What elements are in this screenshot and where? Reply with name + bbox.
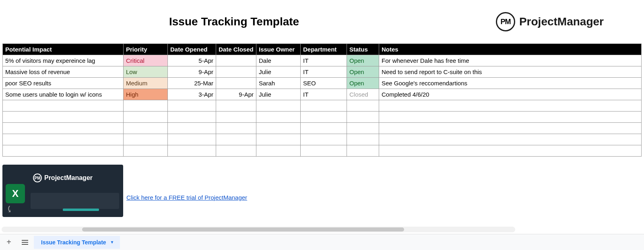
cell-empty[interactable] [216,100,256,112]
cell-empty[interactable] [256,100,301,112]
horizontal-scrollbar[interactable] [2,227,515,232]
cell-empty[interactable] [256,145,301,157]
promo-thumbnail[interactable]: PM ProjectManager X ⤹ [2,165,123,217]
cell-empty[interactable] [168,112,216,123]
cell-empty[interactable] [301,134,347,145]
cell-empty[interactable] [256,112,301,123]
cell-empty[interactable] [347,100,379,112]
cell-empty[interactable] [168,134,216,145]
cell-priority[interactable]: Low [124,66,168,78]
table-row[interactable]: Massive loss of revenueLow9-AprJulieITOp… [3,66,642,78]
cell-empty[interactable] [379,134,642,145]
col-header-closed[interactable]: Date Closed [216,44,256,55]
cell-empty[interactable] [124,112,168,123]
col-header-dept[interactable]: Department [301,44,347,55]
cell-empty[interactable] [3,112,124,123]
brand-logo-icon: PM [496,12,515,31]
cell-status[interactable]: Open [347,66,379,78]
table-row[interactable] [3,145,642,157]
cell-empty[interactable] [124,145,168,157]
cell-empty[interactable] [216,112,256,123]
cell-empty[interactable] [3,145,124,157]
cell-empty[interactable] [124,134,168,145]
cell-closed[interactable] [216,66,256,78]
cell-notes[interactable]: For whenever Dale has free time [379,55,642,66]
cell-empty[interactable] [168,145,216,157]
cell-notes[interactable]: See Google's reccomendartions [379,78,642,89]
col-header-priority[interactable]: Priority [124,44,168,55]
cell-empty[interactable] [347,134,379,145]
cell-opened[interactable]: 9-Apr [168,66,216,78]
cell-empty[interactable] [216,145,256,157]
cell-closed[interactable] [216,78,256,89]
col-header-notes[interactable]: Notes [379,44,642,55]
cell-opened[interactable]: 5-Apr [168,55,216,66]
cell-opened[interactable]: 3-Apr [168,89,216,100]
cell-dept[interactable]: IT [301,55,347,66]
cell-empty[interactable] [379,112,642,123]
cell-empty[interactable] [379,145,642,157]
cell-impact[interactable]: Massive loss of revenue [3,66,124,78]
all-sheets-button[interactable] [18,236,32,249]
cell-impact[interactable]: Some users unable to login w/ icons [3,89,124,100]
cell-priority[interactable]: High [124,89,168,100]
cell-priority[interactable]: Medium [124,78,168,89]
cell-status[interactable]: Closed [347,89,379,100]
table-row[interactable]: poor SEO resultsMedium25-MarSarahSEOOpen… [3,78,642,89]
table-row[interactable] [3,134,642,145]
cell-status[interactable]: Open [347,78,379,89]
cell-empty[interactable] [3,123,124,134]
cell-closed[interactable]: 9-Apr [216,89,256,100]
table-row[interactable] [3,112,642,123]
cell-dept[interactable]: SEO [301,78,347,89]
cell-status[interactable]: Open [347,55,379,66]
cell-empty[interactable] [216,134,256,145]
col-header-status[interactable]: Status [347,44,379,55]
cell-impact[interactable]: poor SEO results [3,78,124,89]
chevron-down-icon[interactable]: ▼ [110,240,114,244]
cell-priority[interactable]: Critical [124,55,168,66]
cell-empty[interactable] [256,123,301,134]
issue-table[interactable]: Potential Impact Priority Date Opened Da… [2,43,642,157]
table-row[interactable]: 5% of visitors may expereince lagCritica… [3,55,642,66]
col-header-impact[interactable]: Potential Impact [3,44,124,55]
cell-notes[interactable]: Completed 4/6/20 [379,89,642,100]
add-sheet-button[interactable]: + [2,236,16,249]
cell-notes[interactable]: Need to send report to C-suite on this [379,66,642,78]
cell-empty[interactable] [3,100,124,112]
cell-empty[interactable] [168,100,216,112]
cell-empty[interactable] [347,145,379,157]
cell-empty[interactable] [301,145,347,157]
col-header-owner[interactable]: Issue Owner [256,44,301,55]
cell-owner[interactable]: Sarah [256,78,301,89]
table-row[interactable]: Some users unable to login w/ iconsHigh3… [3,89,642,100]
table-row[interactable] [3,123,642,134]
cell-dept[interactable]: IT [301,89,347,100]
cell-empty[interactable] [347,123,379,134]
cell-empty[interactable] [3,134,124,145]
promo-brand-text: ProjectManager [44,174,93,182]
cell-owner[interactable]: Julie [256,66,301,78]
cell-dept[interactable]: IT [301,66,347,78]
cell-empty[interactable] [347,112,379,123]
cell-empty[interactable] [216,123,256,134]
col-header-opened[interactable]: Date Opened [168,44,216,55]
cell-empty[interactable] [301,123,347,134]
cell-empty[interactable] [379,123,642,134]
cell-empty[interactable] [379,100,642,112]
scrollbar-thumb[interactable] [82,227,404,231]
cell-empty[interactable] [124,123,168,134]
cell-empty[interactable] [124,100,168,112]
table-row[interactable] [3,100,642,112]
cell-opened[interactable]: 25-Mar [168,78,216,89]
cell-empty[interactable] [168,123,216,134]
cell-empty[interactable] [256,134,301,145]
sheet-tab-active[interactable]: Issue Tracking Template ▼ [34,236,120,249]
promo-link[interactable]: Click here for a FREE trial of ProjectMa… [126,194,247,217]
cell-impact[interactable]: 5% of visitors may expereince lag [3,55,124,66]
cell-empty[interactable] [301,112,347,123]
cell-empty[interactable] [301,100,347,112]
cell-closed[interactable] [216,55,256,66]
cell-owner[interactable]: Dale [256,55,301,66]
cell-owner[interactable]: Julie [256,89,301,100]
